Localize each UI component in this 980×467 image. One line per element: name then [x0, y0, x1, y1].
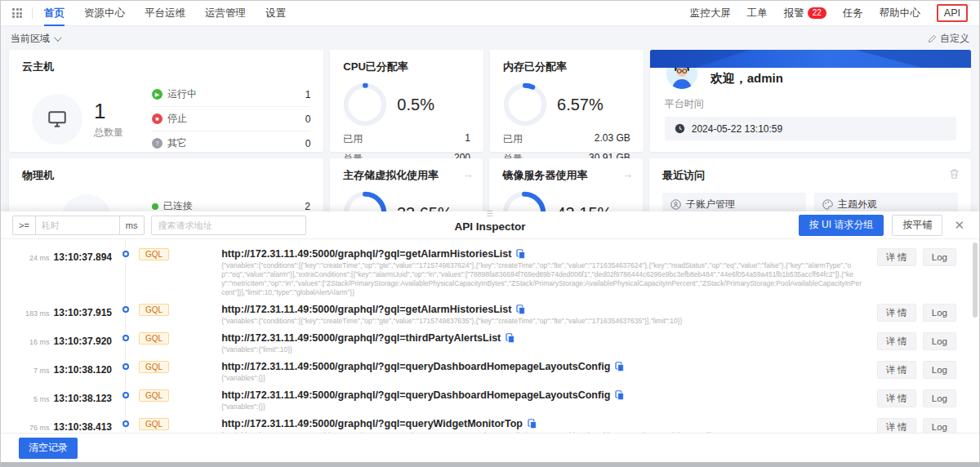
alarm-count-badge: 22 [808, 7, 826, 19]
vm-stat-running-value: 1 [305, 89, 311, 100]
detail-button[interactable]: 详 情 [877, 389, 916, 407]
help-center-link[interactable]: 帮助中心 [880, 7, 920, 20]
api-inspector-panel: ☰ >= ms API Inspector 按 UI 请求分组 按平铺 ✕ 24… [1, 211, 979, 462]
flat-view-button[interactable]: 按平铺 [892, 215, 942, 236]
timeline-node [112, 361, 139, 370]
request-duration: 76 ms [29, 424, 50, 432]
region-selector[interactable]: 当前区域 [11, 32, 60, 46]
nav-item-home[interactable]: 首页 [44, 0, 65, 26]
request-duration: 16 ms [29, 338, 50, 346]
vm-icon-circle [32, 94, 82, 145]
detail-button[interactable]: 详 情 [877, 418, 916, 433]
cpu-used-label: 已用 [343, 132, 363, 146]
user-icon [670, 199, 681, 210]
request-payload: {"variables":{"namespace":"ZStack/VM","m… [221, 431, 863, 433]
cpu-percent: 0.5% [397, 96, 434, 114]
detail-button[interactable]: 详 情 [877, 304, 916, 322]
vm-stat-stopped[interactable]: ■ 停止 0 [152, 107, 310, 131]
welcome-card: 欢迎，admin 平台时间 2024-05-22 13:10:59 [650, 50, 971, 152]
customize-button[interactable]: 自定义 [928, 32, 969, 46]
detail-button[interactable]: 详 情 [877, 248, 916, 266]
request-timestamp: 13:10:37.894 [54, 251, 112, 263]
vm-stat-other[interactable]: ? 其它 0 [152, 131, 310, 155]
drag-handle-icon[interactable]: ☰ [486, 211, 493, 217]
alarm-link[interactable]: 报警 22 [784, 7, 826, 20]
nav-item-settings[interactable]: 设置 [265, 0, 286, 26]
recent-item-label: 子账户管理 [686, 198, 735, 211]
vm-stat-other-label: 其它 [167, 136, 187, 150]
log-button[interactable]: Log [923, 389, 956, 407]
copy-icon[interactable] [615, 362, 624, 371]
log-button[interactable]: Log [923, 418, 956, 433]
api-log-row: 5 ms13:10:38.123 GQL http://172.31.11.49… [1, 385, 979, 414]
group-by-ui-button[interactable]: 按 UI 请求分组 [799, 215, 884, 236]
clock-icon [675, 123, 685, 134]
log-button[interactable]: Log [923, 304, 956, 322]
request-url: http://172.31.11.49:5000/graphql/?gql=ge… [221, 304, 511, 315]
memory-used-value: 2.03 GB [595, 132, 630, 146]
api-log-row: 16 ms13:10:37.920 GQL http://172.31.11.4… [1, 328, 979, 357]
top-nav: 首页 资源中心 平台运维 运营管理 设置 监控大屏 工单 报警 22 任务 帮助… [1, 1, 979, 26]
duration-filter-input[interactable] [35, 216, 120, 235]
row-actions: 详 情 Log [877, 248, 956, 266]
monitor-screen-link[interactable]: 监控大屏 [690, 7, 731, 20]
request-meta: 183 ms13:10:37.915 [12, 304, 112, 319]
api-log-row: 24 ms13:10:37.894 GQL http://172.31.11.4… [1, 244, 979, 300]
log-button[interactable]: Log [923, 248, 956, 266]
platform-time-value: 2024-05-22 13:10:59 [692, 123, 782, 135]
arrow-right-icon[interactable]: → [622, 168, 633, 180]
gql-badge: GQL [139, 418, 169, 430]
detail-button[interactable]: 详 情 [877, 361, 916, 379]
nav-item-operation-mgmt[interactable]: 运营管理 [205, 0, 246, 26]
request-timestamp: 13:10:38.413 [54, 421, 112, 433]
cpu-donut-chart [343, 82, 387, 127]
monitor-icon [47, 109, 68, 130]
task-link[interactable]: 任务 [843, 7, 863, 20]
timeline-node [112, 304, 139, 313]
copy-icon[interactable] [516, 305, 525, 314]
copy-icon[interactable] [506, 333, 514, 343]
apps-grid-icon[interactable] [12, 8, 22, 18]
close-icon[interactable]: ✕ [951, 218, 968, 233]
request-meta: 16 ms13:10:37.920 [12, 332, 112, 348]
inspector-title: API Inspector [454, 220, 525, 232]
request-url: http://172.31.11.49:5000/graphql/?gql=qu… [221, 361, 610, 372]
row-actions: 详 情 Log [877, 361, 956, 379]
api-inspector-toggle[interactable]: API [937, 4, 968, 22]
stopped-status-icon: ■ [152, 113, 163, 124]
copy-icon[interactable] [516, 249, 525, 259]
primary-storage-title: 主存储虚拟化使用率 [343, 168, 470, 183]
welcome-greeting: 欢迎，admin [710, 71, 783, 87]
log-button[interactable]: Log [923, 332, 956, 350]
request-main: http://172.31.11.49:5000/graphql/?gql=th… [221, 332, 876, 354]
request-duration: 7 ms [33, 367, 50, 375]
vm-stat-running[interactable]: ▶ 运行中 1 [152, 82, 310, 107]
request-url: http://172.31.11.49:5000/graphql/?gql=qu… [221, 418, 523, 429]
arrow-right-icon[interactable]: → [462, 168, 473, 180]
ticket-link[interactable]: 工单 [747, 7, 768, 20]
copy-icon[interactable] [528, 419, 537, 429]
vm-card: 云主机 1 总数量 ▶ 运行中 1 [9, 50, 323, 152]
url-search-input[interactable] [151, 216, 306, 235]
host-connected-value: 2 [305, 201, 310, 212]
request-meta: 7 ms13:10:38.120 [12, 361, 112, 376]
sub-bar: 当前区域 自定义 [1, 26, 979, 50]
request-url: http://172.31.11.49:5000/graphql/?gql=qu… [221, 389, 610, 401]
clear-records-button[interactable]: 清空记录 [19, 438, 78, 459]
row-actions: 详 情 Log [877, 418, 956, 433]
timeline-dot-icon [122, 392, 129, 398]
copy-icon[interactable] [615, 390, 624, 400]
log-button[interactable]: Log [923, 361, 956, 379]
nav-item-resource-center[interactable]: 资源中心 [84, 0, 125, 26]
nav-item-platform-ops[interactable]: 平台运维 [145, 0, 185, 26]
detail-button[interactable]: 详 情 [877, 332, 916, 350]
memory-percent: 6.57% [557, 96, 604, 114]
gql-badge: GQL [139, 304, 169, 316]
recent-item-label: 主题外观 [838, 198, 877, 211]
theme-palette-icon [822, 199, 833, 210]
trash-icon[interactable] [949, 168, 960, 180]
nav-divider [32, 7, 33, 19]
gql-badge: GQL [139, 332, 169, 345]
host-card-title: 物理机 [22, 168, 310, 183]
api-log-row: 7 ms13:10:38.120 GQL http://172.31.11.49… [1, 357, 979, 385]
